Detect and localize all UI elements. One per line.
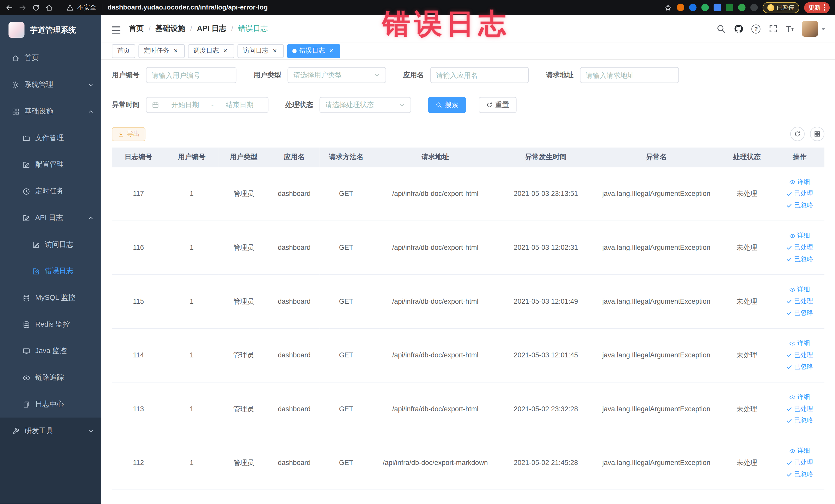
extension-icon[interactable] xyxy=(677,4,684,11)
column-settings-button[interactable] xyxy=(810,127,824,141)
table-row: 1161管理员dashboardGET/api/infra/db-doc/exp… xyxy=(112,221,824,275)
address-bar[interactable]: 不安全 dashboard.yudao.iocoder.cn/infra/log… xyxy=(66,3,658,12)
action-detail[interactable]: 详细 xyxy=(789,231,810,240)
extension-icon[interactable] xyxy=(750,4,757,11)
exception-time-range[interactable]: 开始日期 - 结束日期 xyxy=(146,97,268,113)
action-detail[interactable]: 详细 xyxy=(789,177,810,186)
breadcrumb-item-infrastructure[interactable]: 基础设施 xyxy=(156,24,185,33)
sidebar-item-log-center[interactable]: 日志中心 xyxy=(0,391,101,418)
search-icon[interactable] xyxy=(716,24,726,33)
action-processed[interactable]: 已处理 xyxy=(786,243,813,252)
sidebar-item-dev-tools[interactable]: 研发工具 xyxy=(0,418,101,444)
close-icon[interactable]: × xyxy=(222,47,229,55)
chevron-down-icon xyxy=(88,428,94,434)
navbar-actions: ? TT xyxy=(716,21,826,37)
sidebar-item-access-log[interactable]: 访问日志 xyxy=(0,231,101,258)
filter-app-name: 应用名 xyxy=(403,67,529,83)
tab-错误日志[interactable]: 错误日志× xyxy=(287,44,340,58)
action-ignored[interactable]: 已忽略 xyxy=(786,362,813,371)
export-button[interactable]: 导出 xyxy=(112,127,145,141)
sidebar-item-label: 配置管理 xyxy=(35,160,64,169)
sidebar-item-home[interactable]: 首页 xyxy=(0,45,101,72)
check-icon xyxy=(786,298,792,304)
forward-icon[interactable] xyxy=(19,3,27,11)
close-icon[interactable]: × xyxy=(271,47,279,55)
tab-首页[interactable]: 首页 xyxy=(112,44,135,58)
sidebar-item-file-management[interactable]: 文件管理 xyxy=(0,124,101,151)
method-cell: GET xyxy=(320,382,373,436)
font-size-icon[interactable]: TT xyxy=(786,25,794,33)
action-label: 详细 xyxy=(797,231,810,240)
reload-icon[interactable] xyxy=(32,3,40,11)
action-detail[interactable]: 详细 xyxy=(789,392,810,402)
fullscreen-icon[interactable] xyxy=(769,24,778,33)
request-url-cell: /api/infra/db-doc/export-html xyxy=(373,221,498,275)
sidebar-item-api-logs[interactable]: API 日志 xyxy=(0,205,101,231)
search-button[interactable]: 搜索 xyxy=(428,97,466,113)
action-ignored[interactable]: 已忽略 xyxy=(786,255,813,264)
sidebar-item-mysql-monitor[interactable]: MySQL 监控 xyxy=(0,284,101,311)
request-url-input[interactable] xyxy=(586,71,673,79)
reset-button[interactable]: 重置 xyxy=(479,97,516,113)
close-icon[interactable]: × xyxy=(172,47,179,55)
actions-cell: 详细已处理已忽略 xyxy=(775,382,824,436)
action-ignored[interactable]: 已忽略 xyxy=(786,201,813,210)
update-button[interactable]: 更新 xyxy=(804,2,830,13)
user-menu[interactable] xyxy=(802,21,825,37)
extension-icon[interactable] xyxy=(726,4,733,11)
logo[interactable]: 芋道管理系统 xyxy=(0,15,101,45)
refresh-button[interactable] xyxy=(790,127,805,141)
breadcrumb-item-home[interactable]: 首页 xyxy=(129,24,144,33)
sidebar-item-system-management[interactable]: 系统管理 xyxy=(0,72,101,98)
sidebar-item-scheduled-tasks[interactable]: 定时任务 xyxy=(0,178,101,205)
user-id-label: 用户编号 xyxy=(112,70,140,80)
process-status-select[interactable]: 请选择处理状态 xyxy=(320,97,411,113)
extension-icon[interactable] xyxy=(738,4,745,11)
action-detail[interactable]: 详细 xyxy=(789,446,810,456)
sidebar-item-java-monitor[interactable]: Java 监控 xyxy=(0,338,101,364)
close-icon[interactable]: × xyxy=(328,47,335,55)
download-icon xyxy=(118,131,124,137)
back-icon[interactable] xyxy=(5,3,13,11)
action-ignored[interactable]: 已忽略 xyxy=(786,416,813,425)
user-type-select[interactable]: 请选择用户类型 xyxy=(287,67,386,83)
github-icon[interactable] xyxy=(734,24,744,33)
tab-访问日志[interactable]: 访问日志× xyxy=(238,44,284,58)
help-icon[interactable]: ? xyxy=(752,24,760,33)
sidebar-item-redis-monitor[interactable]: Redis 监控 xyxy=(0,311,101,338)
exception-time-cell: 2021-05-02 23:32:28 xyxy=(498,382,594,436)
search-icon xyxy=(435,102,442,108)
paused-badge[interactable]: 已暂停 xyxy=(762,2,799,13)
log-id-cell: 115 xyxy=(112,274,165,328)
app-name-input[interactable] xyxy=(436,71,523,79)
action-processed[interactable]: 已处理 xyxy=(786,404,813,414)
breadcrumb-item-api-logs[interactable]: API 日志 xyxy=(197,24,226,33)
browser-home-icon[interactable] xyxy=(45,3,53,11)
action-detail[interactable]: 详细 xyxy=(789,285,810,294)
end-date-placeholder: 结束日期 xyxy=(217,100,263,109)
calendar-icon xyxy=(152,101,159,108)
action-ignored[interactable]: 已忽略 xyxy=(786,308,813,317)
sidebar-item-infrastructure[interactable]: 基础设施 xyxy=(0,98,101,125)
action-label: 详细 xyxy=(797,392,810,402)
action-processed[interactable]: 已处理 xyxy=(786,458,813,467)
action-label: 已忽略 xyxy=(794,308,813,317)
action-processed[interactable]: 已处理 xyxy=(786,189,813,198)
action-processed[interactable]: 已处理 xyxy=(786,350,813,360)
action-ignored[interactable]: 已忽略 xyxy=(786,470,813,479)
extension-icon[interactable] xyxy=(689,4,696,11)
tab-定时任务[interactable]: 定时任务× xyxy=(138,44,185,58)
extension-icon[interactable] xyxy=(701,4,709,11)
user-id-input[interactable] xyxy=(152,71,230,79)
edit-icon xyxy=(32,241,40,248)
action-processed[interactable]: 已处理 xyxy=(786,297,813,306)
tab-调度日志[interactable]: 调度日志× xyxy=(188,44,234,58)
sidebar-item-link-tracing[interactable]: 链路追踪 xyxy=(0,364,101,391)
action-detail[interactable]: 详细 xyxy=(789,339,810,348)
hamburger-icon[interactable] xyxy=(111,24,120,33)
sidebar-item-error-log[interactable]: 错误日志 xyxy=(0,258,101,284)
bookmark-star-icon[interactable] xyxy=(664,3,672,11)
security-label: 不安全 xyxy=(77,3,97,12)
sidebar-item-config-management[interactable]: 配置管理 xyxy=(0,151,101,178)
extension-icon[interactable] xyxy=(713,4,721,11)
